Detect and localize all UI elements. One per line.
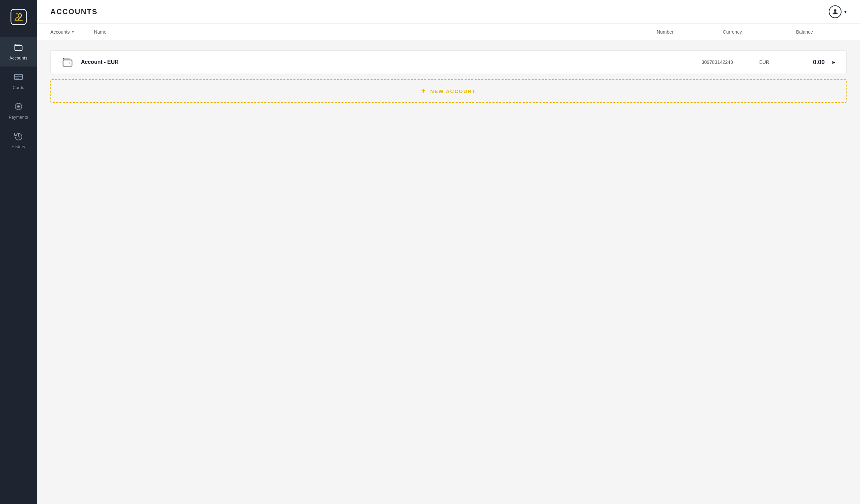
page-header: ACCOUNTS ▾ xyxy=(37,0,860,24)
user-menu[interactable]: ▾ xyxy=(829,5,847,18)
sidebar: Accounts Cards xyxy=(0,0,37,504)
account-number: 309783142243 xyxy=(690,59,744,65)
accounts-list: Account - EUR 309783142243 EUR 0.00 ► + … xyxy=(37,40,860,113)
app-logo xyxy=(9,7,29,27)
history-icon xyxy=(14,132,23,142)
account-arrow-icon: ► xyxy=(831,59,836,65)
sidebar-nav: Accounts Cards xyxy=(0,37,37,155)
accounts-filter-chevron: ▾ xyxy=(72,30,74,34)
name-column-header: Name xyxy=(94,29,106,34)
accounts-filter[interactable]: Accounts ▾ xyxy=(51,29,74,34)
svg-rect-8 xyxy=(63,60,72,66)
account-wallet-icon xyxy=(61,55,74,69)
sidebar-item-accounts-label: Accounts xyxy=(10,56,27,60)
currency-column-header: Currency xyxy=(712,29,752,34)
main-content: ACCOUNTS ▾ Accounts ▾ Name Number Curren… xyxy=(37,0,860,504)
sidebar-item-payments-label: Payments xyxy=(9,115,28,120)
account-balance: 0.00 xyxy=(785,59,825,66)
svg-point-9 xyxy=(69,62,70,63)
new-account-button[interactable]: + NEW ACCOUNT xyxy=(51,79,847,103)
svg-point-2 xyxy=(20,48,20,48)
svg-rect-1 xyxy=(15,46,22,51)
sidebar-item-cards[interactable]: Cards xyxy=(0,67,37,96)
user-avatar xyxy=(829,5,842,18)
sidebar-item-history-label: History xyxy=(12,144,26,149)
account-row[interactable]: Account - EUR 309783142243 EUR 0.00 ► xyxy=(51,51,847,74)
svg-rect-3 xyxy=(14,74,23,79)
balance-column-header: Balance xyxy=(773,29,813,34)
sidebar-item-accounts[interactable]: Accounts xyxy=(0,37,37,67)
user-menu-chevron: ▾ xyxy=(844,9,847,14)
filter-bar: Accounts ▾ Name Number Currency Balance xyxy=(37,24,860,40)
sidebar-item-cards-label: Cards xyxy=(13,85,25,90)
sidebar-item-history[interactable]: History xyxy=(0,126,37,155)
account-name: Account - EUR xyxy=(81,59,690,65)
payments-icon xyxy=(14,102,23,112)
page-title: ACCOUNTS xyxy=(51,8,98,16)
new-account-label: NEW ACCOUNT xyxy=(430,88,476,94)
wallet-icon xyxy=(14,43,23,53)
number-column-header: Number xyxy=(638,29,692,34)
card-icon xyxy=(14,73,23,83)
sidebar-item-payments[interactable]: Payments xyxy=(0,96,37,126)
new-account-plus-icon: + xyxy=(421,87,426,96)
accounts-filter-label: Accounts xyxy=(51,29,70,34)
account-currency: EUR xyxy=(744,59,785,65)
content-area: Account - EUR 309783142243 EUR 0.00 ► + … xyxy=(37,40,860,504)
